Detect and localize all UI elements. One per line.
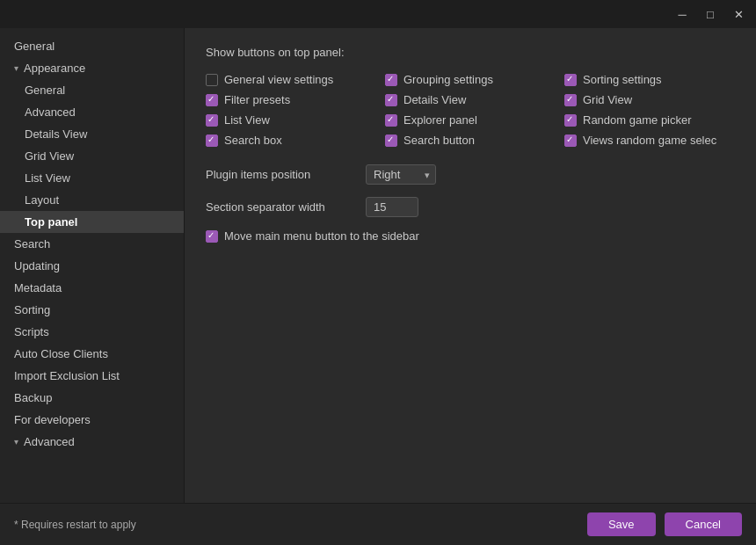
bottom-bar: * Requires restart to apply Save Cancel: [0, 503, 756, 545]
checkbox-random-input[interactable]: [564, 114, 577, 127]
checkbox-details-label[interactable]: Details View: [403, 93, 466, 106]
checkbox-explorer: Explorer panel: [385, 113, 556, 127]
section-separator-label: Section separator width: [206, 200, 355, 214]
plugin-items-row: Plugin items position Left Right: [206, 164, 735, 185]
checkbox-sorting-label[interactable]: Sorting settings: [583, 73, 662, 86]
checkbox-searchbox-input[interactable]: [206, 134, 218, 147]
checkbox-search-button: Search button: [385, 134, 556, 147]
sidebar-item-app-general[interactable]: General: [0, 79, 184, 101]
plugin-items-select[interactable]: Left Right: [366, 164, 436, 185]
content-area: Show buttons on top panel: General view …: [185, 28, 756, 503]
checkbox-random-label[interactable]: Random game picker: [583, 113, 692, 127]
checkbox-list-input[interactable]: [206, 114, 218, 127]
save-button[interactable]: Save: [587, 512, 656, 536]
checkbox-filter-input[interactable]: [206, 94, 218, 106]
plugin-items-dropdown-wrapper: Left Right: [366, 164, 436, 185]
sidebar-item-layout[interactable]: Layout: [0, 189, 184, 211]
checkbox-sorting-settings: Sorting settings: [564, 73, 735, 86]
checkbox-grid-label[interactable]: Grid View: [583, 93, 632, 106]
checkbox-grid: General view settings Grouping settings …: [206, 73, 735, 147]
sidebar-item-grid-view[interactable]: Grid View: [0, 145, 184, 167]
plugin-items-label: Plugin items position: [206, 168, 355, 181]
checkbox-filter-presets: Filter presets: [206, 93, 376, 106]
checkbox-details-view: Details View: [385, 93, 556, 106]
sidebar-item-metadata[interactable]: Metadata: [0, 277, 184, 299]
checkbox-general-view: General view settings: [206, 73, 376, 86]
sidebar-item-general[interactable]: General: [0, 35, 184, 57]
move-menu-checkbox[interactable]: [206, 230, 218, 243]
sidebar-item-import-exclusion[interactable]: Import Exclusion List: [0, 365, 184, 387]
checkbox-searchbtn-label[interactable]: Search button: [403, 134, 475, 147]
title-bar: ─ □ ✕: [0, 0, 756, 28]
checkbox-grid-view: Grid View: [564, 93, 735, 106]
checkbox-random-game: Random game picker: [564, 113, 735, 127]
sidebar-item-backup[interactable]: Backup: [0, 387, 184, 409]
show-buttons-label: Show buttons on top panel:: [206, 46, 735, 59]
chevron-down-icon-2: ▾: [14, 437, 18, 447]
sidebar-item-list-view[interactable]: List View: [0, 167, 184, 189]
sidebar-item-top-panel[interactable]: Top panel: [0, 211, 184, 233]
checkbox-views-random: Views random game selec: [564, 134, 735, 147]
sidebar-item-details-view[interactable]: Details View: [0, 123, 184, 145]
checkbox-viewsrandom-label[interactable]: Views random game selec: [583, 134, 716, 147]
close-button[interactable]: ✕: [724, 0, 752, 28]
maximize-button[interactable]: □: [696, 0, 724, 28]
checkbox-general-view-label[interactable]: General view settings: [224, 73, 333, 86]
sidebar-group-advanced[interactable]: ▾ Advanced: [0, 431, 184, 453]
checkbox-grouping-label[interactable]: Grouping settings: [403, 73, 493, 86]
checkbox-searchbtn-input[interactable]: [385, 134, 397, 147]
window-controls: ─ □ ✕: [668, 0, 752, 28]
checkbox-filter-label[interactable]: Filter presets: [224, 93, 290, 106]
section-separator-input[interactable]: [366, 197, 418, 217]
sidebar-item-advanced[interactable]: Advanced: [0, 101, 184, 123]
bottom-buttons: Save Cancel: [587, 512, 742, 536]
checkbox-explorer-label[interactable]: Explorer panel: [403, 113, 477, 127]
restart-note: * Requires restart to apply: [14, 519, 136, 531]
move-menu-label[interactable]: Move main menu button to the sidebar: [224, 229, 419, 243]
sidebar-group-appearance[interactable]: ▾ Appearance: [0, 57, 184, 79]
sidebar-item-search[interactable]: Search: [0, 233, 184, 255]
sidebar-item-updating[interactable]: Updating: [0, 255, 184, 277]
sidebar-item-sorting[interactable]: Sorting: [0, 299, 184, 321]
minimize-button[interactable]: ─: [668, 0, 696, 28]
checkbox-list-label[interactable]: List View: [224, 113, 270, 127]
section-separator-row: Section separator width: [206, 197, 735, 217]
checkbox-grouping: Grouping settings: [385, 73, 556, 86]
checkbox-viewsrandom-input[interactable]: [564, 134, 577, 147]
checkbox-list-view: List View: [206, 113, 376, 127]
sidebar-adv-label: Advanced: [24, 435, 75, 448]
sidebar-appearance-label: Appearance: [24, 62, 85, 75]
chevron-down-icon: ▾: [14, 63, 18, 73]
checkbox-explorer-input[interactable]: [385, 114, 397, 127]
move-menu-row: Move main menu button to the sidebar: [206, 229, 735, 243]
sidebar-item-auto-close[interactable]: Auto Close Clients: [0, 343, 184, 365]
checkbox-general-view-input[interactable]: [206, 74, 218, 86]
sidebar-item-scripts[interactable]: Scripts: [0, 321, 184, 343]
checkbox-details-input[interactable]: [385, 94, 397, 106]
main-layout: General ▾ Appearance General Advanced De…: [0, 28, 756, 503]
checkbox-grouping-input[interactable]: [385, 74, 397, 86]
checkbox-grid-input[interactable]: [564, 94, 577, 106]
sidebar: General ▾ Appearance General Advanced De…: [0, 28, 185, 503]
sidebar-item-for-developers[interactable]: For developers: [0, 409, 184, 431]
cancel-button[interactable]: Cancel: [665, 512, 742, 536]
checkbox-search-box: Search box: [206, 134, 376, 147]
checkbox-searchbox-label[interactable]: Search box: [224, 134, 282, 147]
checkbox-sorting-input[interactable]: [564, 74, 577, 86]
